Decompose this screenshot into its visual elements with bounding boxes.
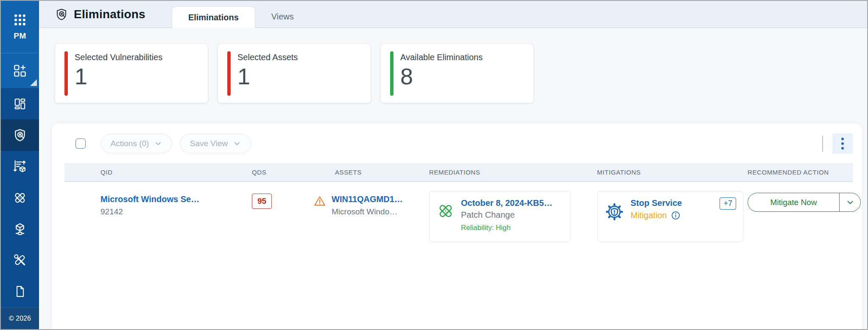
mitigation-title-link[interactable]: Stop Service — [631, 198, 682, 208]
mitigate-now-button[interactable]: Mitigate Now — [748, 193, 839, 211]
mitigation-card: Stop Service Mitigation — [597, 191, 743, 242]
tab-eliminations[interactable]: Eliminations — [172, 6, 255, 28]
file-icon — [14, 285, 26, 298]
stat-value: 1 — [237, 63, 371, 89]
toolbar-divider — [822, 136, 823, 152]
assets-cell: WIN11QAGMD1… Microsoft Windo… — [335, 191, 429, 216]
stat-card-selected-assets: Selected Assets 1 — [218, 44, 371, 103]
shield-scan-icon — [55, 8, 68, 21]
sidebar-item-add-widget[interactable] — [1, 53, 39, 89]
mitigate-now-dropdown-toggle[interactable] — [839, 193, 860, 211]
content-area: Selected Vulnerabilities 1 Selected Asse… — [39, 28, 867, 329]
crossed-bandages-icon — [437, 202, 454, 219]
qid-number: 92142 — [100, 207, 252, 216]
mitigations-cell: Stop Service Mitigation — [597, 191, 748, 242]
submenu-corner-icon — [30, 79, 37, 86]
remediation-reliability: Reliability: High — [461, 224, 553, 232]
asset-info: WIN11QAGMD1… Microsoft Windo… — [332, 194, 403, 216]
tab-views[interactable]: Views — [255, 6, 310, 28]
sidebar-item-assets[interactable] — [1, 214, 39, 245]
stat-label: Selected Assets — [237, 53, 371, 62]
page-header: Eliminations Eliminations Views — [39, 1, 867, 28]
table-options-menu-button[interactable] — [832, 133, 853, 154]
sidebar-item-eliminations[interactable] — [1, 119, 39, 151]
remediations-cell: October 8, 2024-KB5… Patch Change Reliab… — [429, 191, 597, 242]
asset-name-link[interactable]: WIN11QAGMD1… — [332, 194, 403, 204]
column-header-mitigations: MITIGATIONS — [597, 169, 748, 176]
sidebar-item-dashboard[interactable] — [1, 88, 39, 119]
actions-button[interactable]: Actions (0) — [101, 134, 172, 153]
stat-card-available-eliminations: Available Eliminations 8 — [381, 44, 533, 103]
info-icon[interactable] — [671, 211, 681, 220]
asset-os: Microsoft Windo… — [332, 207, 403, 216]
shield-scan-icon — [13, 128, 27, 142]
crossed-bandages-icon — [13, 191, 27, 205]
stat-accent-bar — [390, 51, 394, 96]
stat-label: Available Eliminations — [400, 53, 533, 62]
stat-value: 8 — [400, 63, 533, 89]
mitigation-icon-wrap — [605, 198, 624, 236]
remediation-icon-wrap — [437, 198, 454, 236]
chevron-down-icon — [846, 198, 855, 207]
wrench-bandage-icon — [13, 253, 27, 267]
remediation-info: October 8, 2024-KB5… Patch Change Reliab… — [461, 198, 553, 236]
document-cube-icon — [13, 160, 27, 173]
stat-accent-bar — [64, 51, 68, 96]
qds-score-badge: 95 — [252, 194, 272, 209]
remediation-title-link[interactable]: October 8, 2024-KB5… — [461, 198, 553, 208]
mitigation-more-badge[interactable]: +7 — [720, 197, 736, 210]
stat-cards: Selected Vulnerabilities 1 Selected Asse… — [55, 44, 867, 103]
chevron-down-icon — [154, 139, 162, 148]
column-header-qds: QDS — [252, 169, 335, 176]
sidebar-item-tools[interactable] — [1, 245, 39, 276]
kebab-icon — [841, 138, 844, 140]
asset-warning-icon-wrap — [314, 194, 326, 216]
tab-bar: Eliminations Views — [172, 1, 310, 28]
column-header-remediations: REMEDIATIONS — [429, 169, 597, 176]
actions-button-label: Actions (0) — [111, 139, 149, 148]
sidebar: PM — [1, 1, 39, 329]
table-toolbar: Actions (0) Save View — [64, 123, 853, 154]
stat-value: 1 — [75, 63, 208, 89]
add-widget-icon — [13, 64, 27, 78]
remediation-card: October 8, 2024-KB5… Patch Change Reliab… — [429, 191, 570, 242]
save-view-button[interactable]: Save View — [180, 134, 251, 153]
table-row: Microsoft Windows Se… 92142 95 — [64, 182, 853, 242]
copyright: © 2026 — [1, 307, 39, 329]
table-panel: Actions (0) Save View QID QDS — [52, 123, 862, 329]
dashboard-icon — [14, 97, 26, 110]
stat-label: Selected Vulnerabilities — [75, 53, 208, 62]
app-window: PM — [0, 0, 868, 330]
chevron-down-icon — [233, 139, 241, 148]
gear-shield-icon — [605, 202, 624, 221]
select-all-checkbox[interactable] — [75, 139, 86, 149]
column-header-recommended-action: RECOMMENDED ACTION — [748, 169, 853, 176]
stat-card-selected-vulnerabilities: Selected Vulnerabilities 1 — [55, 44, 208, 103]
warning-triangle-icon — [314, 195, 326, 207]
table-header-row: QID QDS ASSETS REMEDIATIONS MITIGATIONS … — [64, 163, 853, 182]
app-switcher[interactable]: PM — [1, 1, 39, 53]
stat-accent-bar — [227, 51, 231, 96]
app-label: PM — [14, 31, 26, 41]
apps-grid-icon — [13, 13, 27, 27]
mitigation-type-row: Mitigation — [631, 211, 682, 220]
column-header-qid: QID — [100, 169, 252, 176]
main-area: Eliminations Eliminations Views Selected… — [39, 1, 867, 329]
page-title: Eliminations — [74, 8, 145, 21]
qid-cell: Microsoft Windows Se… 92142 — [100, 191, 252, 216]
save-view-button-label: Save View — [190, 139, 228, 148]
vulnerability-title-link[interactable]: Microsoft Windows Se… — [100, 194, 252, 204]
sidebar-item-reports[interactable] — [1, 276, 39, 307]
mitigation-info: Stop Service Mitigation — [631, 198, 682, 236]
cube-network-icon — [13, 222, 27, 236]
mitigate-now-split-button: Mitigate Now — [748, 193, 861, 212]
mitigation-type: Mitigation — [631, 211, 667, 220]
recommended-action-cell: Mitigate Now — [748, 191, 861, 212]
column-header-assets: ASSETS — [335, 169, 429, 176]
page-header-left: Eliminations — [39, 1, 145, 28]
sidebar-item-patches[interactable] — [1, 182, 39, 214]
remediation-type: Patch Change — [461, 210, 553, 220]
sidebar-item-deployment-jobs[interactable] — [1, 151, 39, 182]
